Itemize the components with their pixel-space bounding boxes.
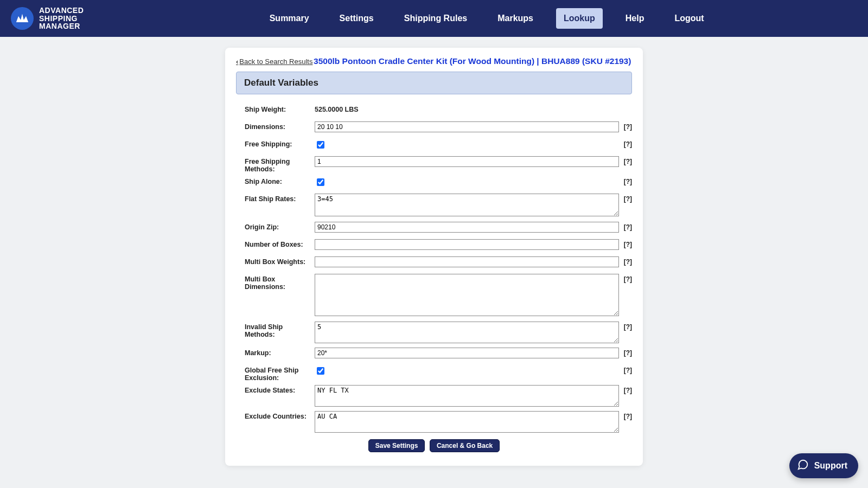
label-exclude-states: Exclude States: [236, 385, 315, 394]
nav-summary[interactable]: Summary [262, 8, 317, 29]
help-free-shipping[interactable]: [?] [619, 139, 632, 148]
input-multi-box-weights[interactable] [315, 256, 619, 267]
help-markup[interactable]: [?] [619, 348, 632, 357]
textarea-invalid-ship-methods[interactable]: 5 [315, 322, 619, 343]
help-origin-zip[interactable]: [?] [619, 222, 632, 231]
back-to-search-link[interactable]: ‹ Back to Search Results [236, 57, 312, 66]
label-ship-weight: Ship Weight: [236, 104, 315, 113]
nav-lookup[interactable]: Lookup [556, 8, 603, 29]
label-free-shipping-methods: Free Shipping Methods: [236, 156, 315, 173]
label-multi-box-dimensions: Multi Box Dimensions: [236, 274, 315, 291]
label-markup: Markup: [236, 348, 315, 357]
checkbox-ship-alone[interactable] [317, 178, 324, 186]
label-flat-ship-rates: Flat Ship Rates: [236, 194, 315, 203]
textarea-exclude-countries[interactable]: AU CA [315, 411, 619, 433]
label-invalid-ship-methods: Invalid Ship Methods: [236, 322, 315, 338]
label-dimensions: Dimensions: [236, 121, 315, 131]
input-origin-zip[interactable] [315, 222, 619, 233]
chevron-left-icon: ‹ [236, 57, 238, 66]
nav-shipping-rules[interactable]: Shipping Rules [397, 8, 475, 29]
brand-text: ADVANCED SHIPPING MANAGER [39, 7, 84, 30]
help-global-free-ship-exclusion[interactable]: [?] [619, 365, 632, 374]
nav-help[interactable]: Help [618, 8, 652, 29]
label-number-of-boxes: Number of Boxes: [236, 239, 315, 248]
help-flat-ship-rates[interactable]: [?] [619, 194, 632, 203]
checkbox-global-free-ship-exclusion[interactable] [317, 367, 324, 375]
app-header: ADVANCED SHIPPING MANAGER Summary Settin… [0, 0, 868, 37]
input-number-of-boxes[interactable] [315, 239, 619, 250]
textarea-flat-ship-rates[interactable]: 3=45 [315, 194, 619, 216]
textarea-multi-box-dimensions[interactable] [315, 274, 619, 316]
nav-logout[interactable]: Logout [667, 8, 711, 29]
brand-block: ADVANCED SHIPPING MANAGER [11, 7, 84, 30]
label-exclude-countries: Exclude Countries: [236, 411, 315, 420]
help-invalid-ship-methods[interactable]: [?] [619, 322, 632, 331]
nav-settings[interactable]: Settings [332, 8, 381, 29]
help-multi-box-weights[interactable]: [?] [619, 256, 632, 266]
input-markup[interactable] [315, 348, 619, 358]
input-free-shipping-methods[interactable] [315, 156, 619, 167]
textarea-exclude-states[interactable]: NY FL TX [315, 385, 619, 407]
save-button[interactable]: Save Settings [368, 439, 425, 452]
help-exclude-states[interactable]: [?] [619, 385, 632, 394]
support-button[interactable]: Support [789, 453, 858, 478]
label-global-free-ship-exclusion: Global Free Ship Exclusion: [236, 365, 315, 382]
checkbox-free-shipping[interactable] [317, 141, 324, 149]
help-free-shipping-methods[interactable]: [?] [619, 156, 632, 165]
product-title: 3500lb Pontoon Cradle Center Kit (For Wo… [312, 56, 632, 66]
value-ship-weight: 525.0000 LBS [315, 104, 359, 113]
help-dimensions[interactable]: [?] [619, 121, 632, 131]
chat-icon [797, 459, 809, 473]
brand-logo-icon [11, 7, 34, 30]
product-card: ‹ Back to Search Results 3500lb Pontoon … [225, 48, 643, 466]
help-multi-box-dimensions[interactable]: [?] [619, 274, 632, 283]
help-exclude-countries[interactable]: [?] [619, 411, 632, 420]
label-ship-alone: Ship Alone: [236, 176, 315, 185]
section-default-variables: Default Variables [236, 72, 632, 94]
label-multi-box-weights: Multi Box Weights: [236, 256, 315, 266]
main-nav: Summary Settings Shipping Rules Markups … [262, 8, 712, 29]
label-free-shipping: Free Shipping: [236, 139, 315, 148]
label-origin-zip: Origin Zip: [236, 222, 315, 231]
cancel-button[interactable]: Cancel & Go Back [430, 439, 500, 452]
help-ship-alone[interactable]: [?] [619, 176, 632, 185]
help-number-of-boxes[interactable]: [?] [619, 239, 632, 248]
nav-markups[interactable]: Markups [490, 8, 541, 29]
input-dimensions[interactable] [315, 121, 619, 132]
